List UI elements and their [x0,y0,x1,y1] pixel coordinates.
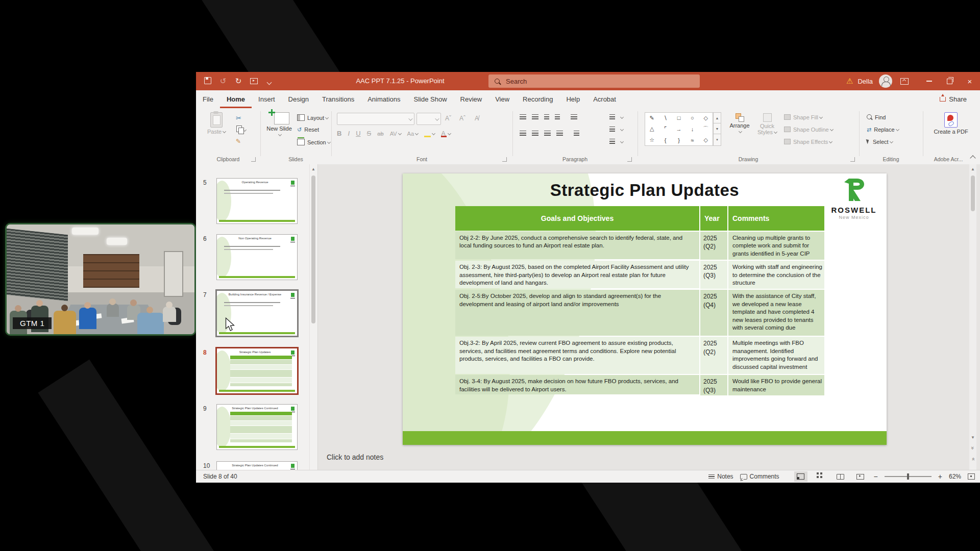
roswell-logo[interactable]: ROSWELL New Mexico [828,177,879,220]
slide[interactable]: Strategic Plan Updates ROSWELL New Mexic… [403,173,887,445]
ribbon-display-options-icon[interactable] [900,78,909,85]
reading-view-button[interactable] [834,471,847,482]
scroll-down-icon[interactable]: ▼ [969,434,976,442]
columns-icon[interactable] [574,131,579,136]
font-size-combo[interactable] [416,113,441,125]
tab-transitions[interactable]: Transitions [315,90,361,108]
tab-help[interactable]: Help [559,90,586,108]
gallery-scroll-up[interactable]: ▲ [713,112,721,123]
table-cell-year[interactable]: 2025(Q2) [700,232,727,260]
cut-icon[interactable]: ✂ [236,114,241,122]
table-cell-comment[interactable]: Cleaning up multiple grants to complete … [728,232,824,260]
character-spacing-button[interactable]: AV [390,131,401,137]
fit-to-window-icon[interactable] [968,473,975,480]
table-cell-comment[interactable]: With the assistance of City staff, we de… [728,290,824,336]
bullets-icon[interactable] [520,114,526,119]
gallery-scroll-down[interactable]: ▼ [713,123,721,134]
change-case-button[interactable]: Aa [407,131,418,137]
thumbnail-scrollbar[interactable]: ▲ [309,164,317,470]
table-cell-goal[interactable]: Obj 2-2: By June 2025, conduct a compreh… [455,232,699,259]
scrollbar-thumb[interactable] [971,176,975,211]
scroll-up-icon[interactable]: ▲ [310,165,317,173]
search-input[interactable] [505,77,675,86]
slide-thumbnail-9[interactable]: Strategic Plan Updates Continued [216,404,298,450]
underline-button[interactable]: U [356,130,360,137]
search-box[interactable] [488,74,700,88]
italic-button[interactable]: I [348,130,350,137]
bold-button[interactable]: B [337,130,341,137]
zoom-level[interactable]: 62% [949,473,961,480]
avatar[interactable] [879,74,892,88]
tab-acrobat[interactable]: Acrobat [586,90,623,108]
justify-icon[interactable] [556,131,563,136]
reset-button[interactable]: ↺Reset [297,127,319,133]
tab-review[interactable]: Review [454,90,489,108]
shrink-font-icon[interactable]: Aˆ [459,115,465,122]
tab-file[interactable]: File [196,90,220,108]
convert-smartart-button[interactable] [609,139,623,145]
slide-thumbnail-8[interactable]: Strategic Plan Updates [215,347,299,395]
text-shadow-button[interactable]: ab [377,131,383,137]
table-cell-goal[interactable]: Obj. 2-3: By August 2025, based on the c… [455,261,699,288]
line-spacing-icon[interactable] [571,114,577,119]
decrease-indent-icon[interactable] [544,114,549,119]
copy-icon[interactable] [236,126,246,133]
align-right-icon[interactable] [544,131,551,136]
paste-button[interactable]: Paste [204,112,229,135]
table-cell-comment[interactable]: Working with staff and engineering to de… [728,261,824,289]
tab-recording[interactable]: Recording [516,90,559,108]
warning-icon[interactable]: ⚠ [846,77,853,86]
create-pdf-button[interactable]: Create a PDF [933,112,969,135]
arrange-button[interactable]: Arrange [727,113,752,135]
table-cell-year[interactable]: 2025(Q3) [700,261,727,289]
previous-slide-icon[interactable]: » [969,444,977,452]
paragraph-dialog-launcher[interactable] [627,157,632,162]
next-slide-icon[interactable]: » [969,456,977,463]
canvas-scrollbar[interactable]: ▲ ▼ » » [969,164,976,470]
user-name[interactable]: Della [857,78,873,85]
increase-indent-icon[interactable] [555,114,560,119]
shape-gallery[interactable]: ✎ ∖ □ ○ ◇ △ ⌜ → ↓ ⌒ ☆ { } ≈ ◇ [645,112,713,146]
slide-title[interactable]: Strategic Plan Updates [403,181,887,200]
slideshow-view-button[interactable] [854,471,867,482]
table-cell-comment[interactable]: Multiple meetings with FBO management. I… [728,337,824,374]
strikethrough-button[interactable]: S [367,130,372,137]
section-button[interactable]: Section [297,139,330,145]
customize-toolbar-icon[interactable] [261,77,277,86]
redo-icon[interactable]: ↻ [231,77,246,86]
tab-animations[interactable]: Animations [361,90,407,108]
table-cell-goal[interactable]: Obj. 2-5:By October 2025, develop and al… [455,290,699,336]
slide-sorter-button[interactable] [814,471,827,482]
share-button[interactable]: Share [940,90,967,108]
align-left-icon[interactable] [520,131,526,136]
zoom-slider[interactable] [885,476,932,477]
table-cell-comment[interactable]: Would like FBO to provide general mainte… [728,375,824,395]
notes-toggle[interactable]: Notes [708,473,733,480]
replace-button[interactable]: ⇄Replace [867,127,899,133]
grow-font-icon[interactable]: Aˇ [445,115,451,122]
table-header-comments[interactable]: Comments [728,206,824,231]
goals-table[interactable]: Goals and Objectives Year Comments Obj 2… [455,206,825,395]
align-text-button[interactable] [609,127,623,133]
font-color-button[interactable]: A [441,130,451,137]
gallery-more[interactable]: ▾ [713,134,721,146]
numbering-icon[interactable] [532,114,538,119]
close-button[interactable]: × [960,72,980,90]
tab-insert[interactable]: Insert [252,90,282,108]
save-icon[interactable] [200,77,215,86]
normal-view-button[interactable] [794,471,807,482]
table-cell-year[interactable]: 2025(Q3) [700,375,727,395]
quick-styles-button[interactable]: Quick Styles [755,113,779,135]
scroll-up-icon[interactable]: ▲ [969,165,976,173]
slide-thumbnail-5[interactable]: Operating Revenue [216,178,298,224]
drawing-dialog-launcher[interactable] [850,157,855,162]
font-name-combo[interactable] [337,113,414,125]
tab-home[interactable]: Home [220,90,252,108]
shape-outline-button[interactable]: Shape Outline [784,127,833,133]
table-header-goals[interactable]: Goals and Objectives [455,206,699,231]
slide-thumbnail-6[interactable]: Non Operating Revenue [216,234,298,280]
tab-view[interactable]: View [488,90,516,108]
layout-button[interactable]: Layout [297,114,328,121]
minimize-button[interactable] [919,72,939,90]
new-slide-button[interactable]: New Slide [265,112,293,138]
